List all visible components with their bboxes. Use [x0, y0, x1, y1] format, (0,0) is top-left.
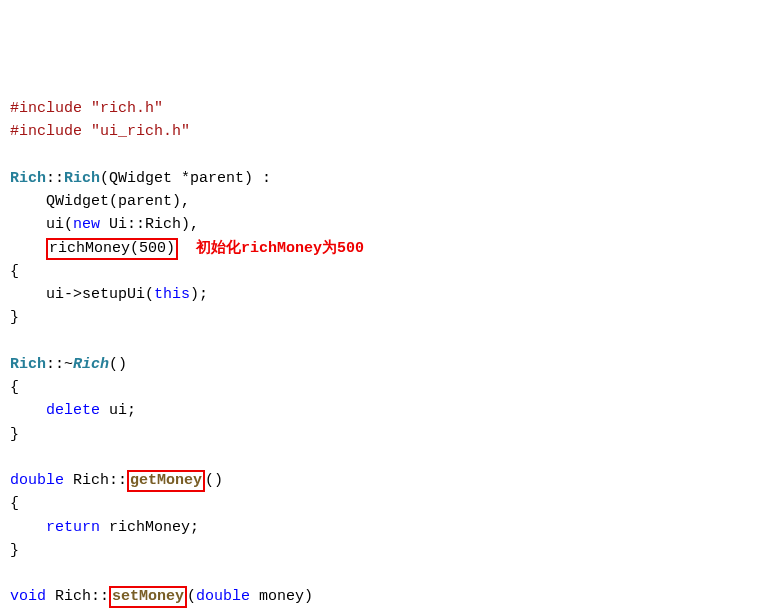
brace: }: [10, 309, 19, 326]
init-list-item: QWidget(parent),: [46, 193, 190, 210]
scope-op: ::~: [46, 356, 73, 373]
brace: }: [10, 542, 19, 559]
return-type: void: [10, 588, 46, 605]
stmt: richMoney;: [100, 519, 199, 536]
highlight-box: setMoney: [109, 586, 187, 608]
annotation: 初始化richMoney为500: [196, 240, 364, 257]
highlight-box: getMoney: [127, 470, 205, 492]
line: void Rich::setMoney(double money): [10, 588, 313, 605]
preproc-directive: #include: [10, 123, 82, 140]
line: richMoney(500) 初始化richMoney为500: [10, 240, 364, 257]
func-name: getMoney: [130, 472, 202, 489]
delete-keyword: delete: [46, 402, 100, 419]
brace: }: [10, 426, 19, 443]
param-type: double: [196, 588, 250, 605]
line: #include "ui_rich.h": [10, 123, 190, 140]
param-rest: money): [250, 588, 313, 605]
class-scope: Rich::: [64, 472, 127, 489]
ctor-params: (QWidget *parent) :: [100, 170, 271, 187]
stmt: ui;: [100, 402, 136, 419]
line: delete ui;: [10, 402, 136, 419]
new-keyword: new: [73, 216, 100, 233]
return-keyword: return: [46, 519, 100, 536]
line: return richMoney;: [10, 519, 199, 536]
line: ui->setupUi(this);: [10, 286, 208, 303]
return-type: double: [10, 472, 64, 489]
ctor-name: Rich: [64, 170, 100, 187]
brace: {: [10, 263, 19, 280]
class-scope: Rich::: [46, 588, 109, 605]
func-name: setMoney: [112, 588, 184, 605]
punct: );: [190, 286, 208, 303]
line: #include "rich.h": [10, 100, 163, 117]
line: double Rich::getMoney(): [10, 472, 223, 489]
init-list-item: ui(: [46, 216, 73, 233]
class-name: Rich: [10, 356, 46, 373]
brace: {: [10, 379, 19, 396]
punct: ),: [181, 216, 199, 233]
class-ref: Ui::Rich: [100, 216, 181, 233]
include-path: "rich.h": [91, 100, 163, 117]
line: Rich::~Rich(): [10, 356, 127, 373]
dtor-name: Rich: [73, 356, 109, 373]
paren: (): [109, 356, 127, 373]
brace: {: [10, 495, 19, 512]
include-path: "ui_rich.h": [91, 123, 190, 140]
paren: (): [205, 472, 223, 489]
line: Rich::Rich(QWidget *parent) :: [10, 170, 271, 187]
class-name: Rich: [10, 170, 46, 187]
line: ui(new Ui::Rich),: [10, 216, 199, 233]
paren: (: [187, 588, 196, 605]
code-block: #include "rich.h" #include "ui_rich.h" R…: [10, 97, 760, 611]
preproc-directive: #include: [10, 100, 82, 117]
init-list-item: richMoney(500): [49, 240, 175, 257]
highlight-box: richMoney(500): [46, 238, 178, 260]
scope-op: ::: [46, 170, 64, 187]
line: QWidget(parent),: [10, 193, 190, 210]
stmt: ui->setupUi(: [46, 286, 154, 303]
this-keyword: this: [154, 286, 190, 303]
